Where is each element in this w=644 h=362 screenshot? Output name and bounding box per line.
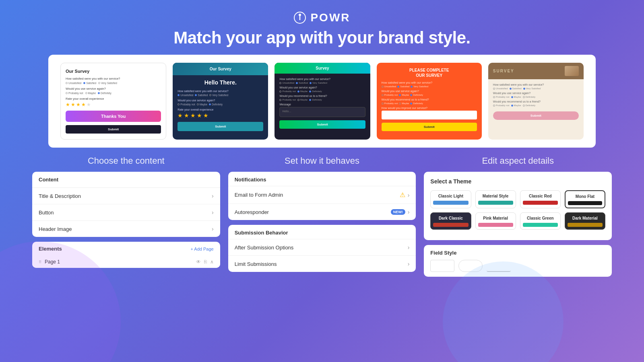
chevron-icon-5: › bbox=[408, 209, 410, 215]
svg-point-1 bbox=[299, 14, 301, 16]
page-1-item[interactable]: ⠿ Page 1 👁 ⎘ ∧ bbox=[32, 256, 220, 268]
behavior-heading: Set how it behaves bbox=[228, 156, 416, 166]
theme-mono-flat[interactable]: Mono Flat bbox=[565, 190, 605, 208]
behavior-panel: Notifications Email to Form Admin ⚠ › Au… bbox=[228, 172, 416, 220]
swatch-classic-red bbox=[523, 201, 558, 205]
submission-header: Submission Behavior bbox=[228, 225, 416, 239]
title-description-row[interactable]: Title & Description › bbox=[32, 188, 220, 204]
chevron-icon-7: › bbox=[408, 261, 410, 267]
chevron-icon-1: › bbox=[212, 193, 214, 199]
content-section: Choose the content Content Title & Descr… bbox=[32, 156, 220, 277]
theme-dark-material[interactable]: Dark Material bbox=[565, 212, 605, 230]
copy-icon[interactable]: ⎘ bbox=[204, 259, 207, 265]
autoresponder-row[interactable]: Autoresponder NEW! › bbox=[228, 204, 416, 220]
notifications-header: Notifications bbox=[228, 172, 416, 186]
content-heading: Choose the content bbox=[32, 156, 220, 166]
add-page-button[interactable]: + Add Page bbox=[190, 247, 213, 251]
chevron-icon-4: › bbox=[408, 192, 410, 198]
limit-submissions-row[interactable]: Limit Submissions › bbox=[228, 256, 416, 272]
chevron-icon-6: › bbox=[408, 244, 410, 251]
swatch-classic-green bbox=[523, 223, 558, 227]
theme-classic-light[interactable]: Classic Light bbox=[430, 190, 471, 208]
elements-label: Elements bbox=[39, 246, 62, 252]
email-admin-row[interactable]: Email to Form Admin ⚠ › bbox=[228, 186, 416, 204]
content-panel: Content Title & Description › Button › H… bbox=[32, 172, 220, 237]
survey-preview-classic-light: Our Survey How satisfied were you with o… bbox=[60, 63, 166, 140]
field-style-option-1[interactable] bbox=[430, 260, 454, 272]
survey-preview-dark-green: Survey How satisfied were you with our s… bbox=[275, 63, 370, 140]
drag-handle-icon: ⠿ bbox=[39, 260, 41, 264]
survey-title-1: Our Survey bbox=[66, 69, 161, 74]
swatch-dark-classic bbox=[433, 223, 468, 227]
logo-text: POWR bbox=[310, 11, 350, 24]
swatch-mono-flat bbox=[568, 201, 602, 205]
swatch-pink-material bbox=[478, 223, 513, 227]
theme-title: Select a Theme bbox=[430, 178, 605, 185]
swatch-classic-light bbox=[433, 201, 468, 205]
field-style-panel: Field Style bbox=[424, 245, 612, 277]
theme-grid: Classic Light Material Style Classic Red… bbox=[430, 190, 605, 230]
survey-preview-beige: SURVEY How satisfied were you with our s… bbox=[488, 63, 584, 140]
design-section: Edit aspect details Select a Theme Class… bbox=[424, 156, 612, 277]
theme-dark-classic[interactable]: Dark Classic bbox=[430, 212, 471, 230]
new-badge: NEW! bbox=[391, 209, 405, 215]
chevron-up-icon[interactable]: ∧ bbox=[210, 259, 214, 265]
survey-preview-orange: PLEASE COMPLETEOUR SURVEY How satisfied … bbox=[377, 63, 482, 140]
theme-pink-material[interactable]: Pink Material bbox=[475, 212, 516, 230]
content-panel-title: Content bbox=[32, 172, 220, 188]
visibility-icon[interactable]: 👁 bbox=[196, 259, 201, 265]
theme-classic-red[interactable]: Classic Red bbox=[520, 190, 561, 208]
chevron-icon-3: › bbox=[212, 226, 214, 232]
behavior-section: Set how it behaves Notifications Email t… bbox=[228, 156, 416, 277]
previews-container: Our Survey How satisfied were you with o… bbox=[48, 55, 596, 148]
survey-preview-teal: Our Survey Hello There. How satisfied we… bbox=[173, 63, 268, 140]
button-row[interactable]: Button › bbox=[32, 204, 220, 221]
theme-material-style[interactable]: Material Style bbox=[475, 190, 516, 208]
thanks-banner: Thanks You bbox=[66, 111, 161, 122]
header-image-row[interactable]: Header Image › bbox=[32, 221, 220, 237]
page-1-label: Page 1 bbox=[45, 259, 193, 265]
field-style-options bbox=[430, 260, 605, 272]
headline: Match your app with your brand style. bbox=[0, 28, 644, 47]
warning-icon: ⚠ bbox=[400, 191, 405, 199]
page-actions: 👁 ⎘ ∧ bbox=[196, 259, 214, 265]
theme-classic-green[interactable]: Classic Green bbox=[520, 212, 561, 230]
design-heading: Edit aspect details bbox=[424, 156, 612, 166]
field-style-option-3[interactable] bbox=[487, 260, 511, 272]
chevron-icon-2: › bbox=[212, 209, 214, 216]
field-style-title: Field Style bbox=[430, 250, 605, 256]
logo-row: POWR bbox=[0, 11, 644, 24]
after-submission-row[interactable]: After Submission Options › bbox=[228, 239, 416, 256]
submit-btn-1[interactable]: Submit bbox=[66, 125, 161, 134]
field-style-option-2[interactable] bbox=[458, 260, 483, 272]
swatch-material-style bbox=[478, 201, 513, 205]
theme-panel: Select a Theme Classic Light Material St… bbox=[424, 172, 612, 240]
submission-panel: Submission Behavior After Submission Opt… bbox=[228, 225, 416, 272]
powr-logo-icon bbox=[293, 11, 306, 24]
elements-panel-header: Elements + Add Page bbox=[32, 242, 220, 256]
bottom-sections: Choose the content Content Title & Descr… bbox=[0, 148, 644, 277]
header: POWR Match your app with your brand styl… bbox=[0, 0, 644, 55]
elements-panel: Elements + Add Page ⠿ Page 1 👁 ⎘ ∧ bbox=[32, 242, 220, 268]
swatch-dark-material bbox=[568, 223, 603, 227]
